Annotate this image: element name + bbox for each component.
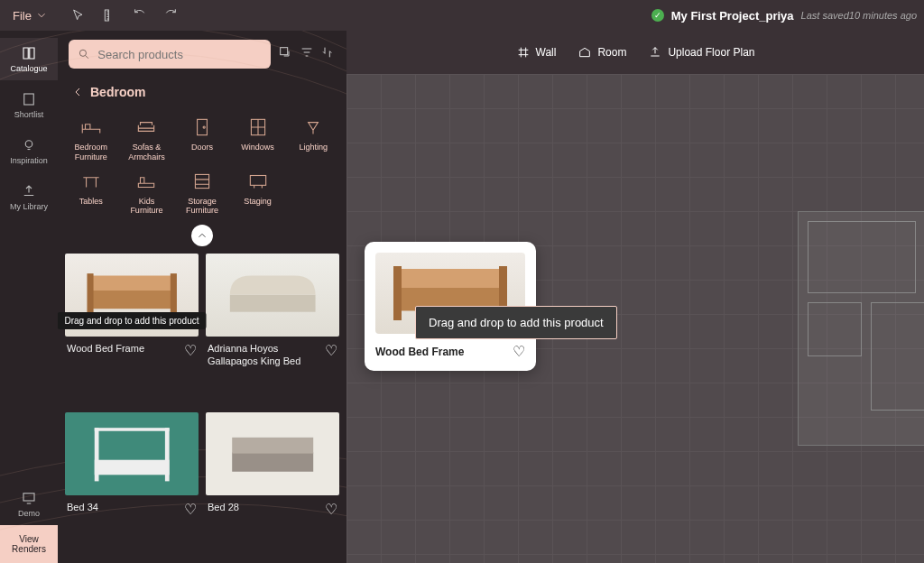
rail-label: Shortlist — [14, 110, 44, 119]
product-name: Wood Bed Frame — [67, 342, 180, 355]
filter-icon[interactable] — [300, 45, 314, 63]
redo-icon[interactable] — [163, 8, 178, 23]
view-renders-button[interactable]: View Renders — [0, 525, 58, 563]
dragged-product-name: Wood Bed Frame — [375, 346, 464, 358]
product-thumbnail — [219, 262, 326, 328]
product-name: Adrianna Hoyos Gallapagos King Bed — [208, 342, 321, 368]
shortlist-icon — [21, 91, 37, 107]
back-icon[interactable] — [70, 85, 85, 99]
demo-icon — [21, 490, 37, 506]
sofa-icon — [134, 117, 158, 137]
svg-rect-1 — [24, 94, 34, 105]
sort-icon[interactable] — [321, 45, 336, 63]
rail-label: Catalogue — [10, 64, 47, 73]
svg-rect-23 — [396, 269, 504, 288]
svg-point-2 — [25, 141, 32, 148]
svg-rect-21 — [232, 437, 313, 453]
rail-label: My Library — [10, 202, 48, 211]
staging-icon — [246, 171, 270, 191]
catalogue-icon — [21, 45, 37, 61]
svg-rect-12 — [89, 276, 175, 291]
bed-icon — [79, 117, 103, 137]
lighting-icon — [301, 117, 325, 137]
room-icon — [578, 45, 592, 60]
cursor-tool-icon[interactable] — [71, 8, 86, 23]
breadcrumb-current: Bedroom — [90, 85, 145, 99]
svg-rect-6 — [198, 119, 208, 134]
category-doors[interactable]: Doors — [176, 115, 228, 164]
drag-tooltip-small: Drag and drop to add this product — [58, 312, 206, 329]
favorite-button[interactable]: ♡ — [513, 343, 525, 360]
svg-rect-19 — [95, 459, 170, 475]
product-thumbnail — [219, 421, 326, 488]
svg-rect-10 — [250, 175, 265, 185]
svg-rect-5 — [281, 48, 288, 55]
svg-point-7 — [203, 126, 205, 128]
chevron-down-icon — [35, 9, 48, 22]
favorite-button[interactable]: ♡ — [184, 342, 197, 359]
product-card[interactable]: Adrianna Hoyos Gallapagos King Bed♡ — [206, 254, 339, 405]
product-card[interactable]: Bed 28♡ — [206, 412, 339, 556]
favorite-button[interactable]: ♡ — [184, 501, 197, 518]
product-name: Bed 34 — [67, 501, 180, 513]
window-icon — [246, 117, 270, 137]
category-bedroom-furniture[interactable]: Bedroom Furniture — [65, 115, 117, 164]
import-icon[interactable] — [278, 45, 292, 63]
ruler-tool-icon[interactable] — [102, 8, 116, 23]
search-box[interactable] — [69, 40, 271, 69]
wall-tool[interactable]: Wall — [516, 45, 557, 60]
product-name: Bed 28 — [208, 501, 321, 513]
rail-shortlist[interactable]: Shortlist — [0, 84, 58, 126]
wall-icon — [516, 45, 531, 60]
svg-rect-13 — [87, 274, 93, 317]
product-thumbnail — [79, 421, 185, 488]
favorite-button[interactable]: ♡ — [325, 342, 337, 359]
svg-rect-18 — [95, 428, 170, 431]
rail-mylibrary[interactable]: My Library — [0, 176, 58, 218]
floorplan-preview[interactable] — [798, 211, 924, 446]
svg-point-4 — [79, 50, 86, 56]
kids-icon — [134, 171, 158, 191]
search-icon — [78, 47, 90, 61]
drag-tooltip: Drag and drop to add this product — [415, 306, 617, 339]
svg-rect-20 — [232, 452, 313, 471]
svg-rect-14 — [171, 274, 177, 317]
file-label: File — [13, 9, 32, 23]
room-tool[interactable]: Room — [578, 45, 626, 60]
upload-floorplan-button[interactable]: Upload Floor Plan — [648, 45, 754, 60]
category-kids[interactable]: Kids Furniture — [121, 170, 173, 218]
svg-rect-9 — [195, 174, 208, 188]
file-menu[interactable]: File — [7, 5, 53, 26]
rail-demo[interactable]: Demo — [0, 483, 58, 525]
saved-indicator-icon — [651, 9, 664, 22]
project-title: My First Project_priya — [671, 9, 794, 23]
rail-label: Inspiration — [10, 156, 48, 165]
inspiration-icon — [21, 137, 37, 153]
category-windows[interactable]: Windows — [232, 115, 284, 164]
rail-label: Demo — [18, 509, 40, 518]
table-icon — [79, 171, 103, 191]
svg-rect-11 — [89, 290, 175, 309]
favorite-button[interactable]: ♡ — [325, 501, 337, 518]
upload-icon — [648, 45, 662, 60]
rail-catalogue[interactable]: Catalogue — [0, 38, 58, 80]
svg-rect-15 — [230, 295, 316, 312]
storage-icon — [190, 171, 214, 191]
product-card[interactable]: Bed 34♡ — [65, 412, 199, 556]
undo-icon[interactable] — [133, 8, 147, 23]
last-saved-text: Last saved10 minutes ago — [801, 10, 917, 21]
svg-rect-3 — [23, 494, 34, 501]
chevron-up-icon — [196, 229, 208, 242]
category-tables[interactable]: Tables — [65, 170, 117, 218]
rail-inspiration[interactable]: Inspiration — [0, 130, 58, 172]
door-icon — [190, 117, 214, 137]
upload-icon — [21, 183, 37, 199]
category-storage[interactable]: Storage Furniture — [176, 170, 228, 218]
category-lighting[interactable]: Lighting — [287, 115, 339, 164]
collapse-categories-button[interactable] — [191, 225, 213, 246]
category-sofas[interactable]: Sofas & Armchairs — [121, 115, 173, 164]
category-staging[interactable]: Staging — [232, 170, 284, 218]
search-input[interactable] — [97, 48, 262, 61]
svg-rect-24 — [393, 266, 402, 320]
product-card[interactable]: Drag and drop to add this product Wood B… — [65, 254, 199, 405]
